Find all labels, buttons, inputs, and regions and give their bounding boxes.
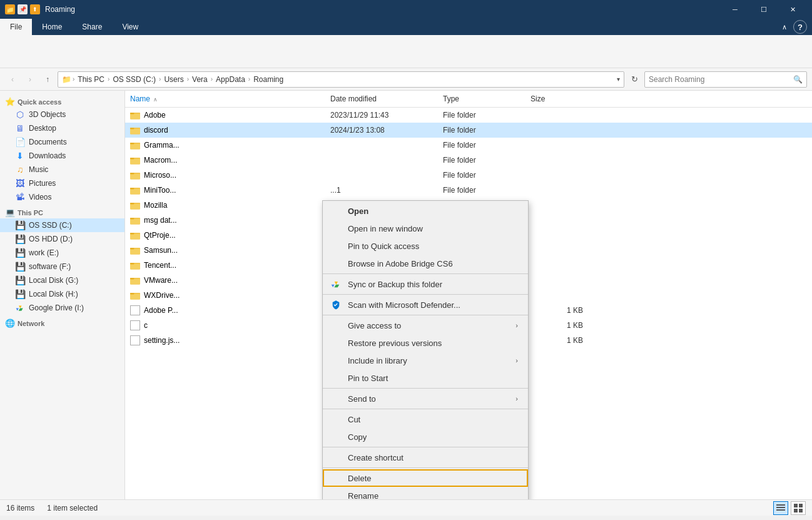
ctx-pin-quick-access[interactable]: Pin to Quick access bbox=[323, 237, 528, 255]
file-row-adobe[interactable]: Adobe 2023/11/29 11:43 File folder bbox=[125, 108, 812, 123]
localdiskh-icon: 💾 bbox=[15, 289, 25, 299]
sidebar-item-osssd[interactable]: 💾 OS SSD (C:) bbox=[0, 218, 124, 232]
sidebar-label-desktop: Desktop bbox=[29, 124, 56, 133]
sidebar-item-software[interactable]: 💾 software (F:) bbox=[0, 260, 124, 273]
file-row-macrom[interactable]: Macrom... File folder bbox=[125, 153, 812, 168]
sidebar-item-music[interactable]: ♫ Music bbox=[0, 163, 124, 176]
file-name-samsun: Samsun... bbox=[125, 244, 325, 257]
sidebar-item-localdiskh[interactable]: 💾 Local Disk (H:) bbox=[0, 287, 124, 301]
file-name-microso: Microso... bbox=[125, 169, 325, 181]
forward-button[interactable]: › bbox=[23, 72, 38, 87]
col-date-header[interactable]: Date modified bbox=[325, 93, 438, 105]
tab-view[interactable]: View bbox=[112, 19, 148, 35]
file-size-settingjs: 1 KB bbox=[525, 335, 588, 346]
close-button[interactable]: ✕ bbox=[778, 0, 807, 19]
bread-vera[interactable]: Vera bbox=[190, 75, 210, 84]
quick-access-icon: 📌 bbox=[18, 4, 28, 14]
osssd-icon: 💾 bbox=[15, 220, 25, 230]
col-type-header[interactable]: Type bbox=[438, 93, 525, 105]
main-layout: ⭐ Quick access ⬡ 3D Objects 🖥 Desktop 📄 … bbox=[0, 91, 812, 499]
ctx-open[interactable]: Open bbox=[323, 202, 528, 220]
bread-thispc[interactable]: This PC bbox=[76, 75, 106, 84]
file-row-microso[interactable]: Microso... File folder bbox=[125, 168, 812, 183]
svg-rect-31 bbox=[130, 264, 140, 270]
sidebar-section-quick-access[interactable]: ⭐ Quick access bbox=[0, 93, 124, 108]
ctx-sync-backup[interactable]: Sync or Backup this folder bbox=[323, 275, 528, 293]
svg-rect-26 bbox=[130, 233, 134, 234]
file-name-c: c bbox=[125, 319, 325, 332]
address-bar: ‹ › ↑ 📁 › This PC › OS SSD (C:) › Users … bbox=[0, 68, 812, 91]
ctx-include-library[interactable]: Include in library › bbox=[323, 352, 528, 369]
bread-roaming[interactable]: Roaming bbox=[251, 75, 285, 84]
search-input[interactable] bbox=[649, 75, 793, 84]
ctx-copy[interactable]: Copy bbox=[323, 428, 528, 446]
svg-rect-42 bbox=[794, 504, 798, 507]
sidebar-label-documents: Documents bbox=[29, 138, 67, 146]
sidebar-item-3dobjects[interactable]: ⬡ 3D Objects bbox=[0, 108, 124, 121]
file-size-adobe bbox=[525, 114, 588, 116]
sidebar-item-videos[interactable]: 📽 Videos bbox=[0, 190, 124, 204]
svg-rect-11 bbox=[130, 158, 134, 159]
sidebar-item-gdrive[interactable]: Google Drive (I:) bbox=[0, 301, 124, 315]
col-name-header[interactable]: Name ∧ bbox=[125, 93, 325, 105]
sidebar-item-work[interactable]: 💾 work (E:) bbox=[0, 246, 124, 260]
sidebar-section-network[interactable]: 🌐 Network bbox=[0, 315, 124, 329]
file-date-discord: 2024/1/23 13:08 bbox=[325, 125, 438, 136]
file-name-tencent: Tencent... bbox=[125, 259, 325, 272]
folder-icon-msgdat bbox=[130, 215, 140, 225]
file-size-minitoo bbox=[525, 189, 588, 191]
ctx-create-shortcut[interactable]: Create shortcut bbox=[323, 449, 528, 466]
sidebar-item-downloads[interactable]: ⬇ Downloads bbox=[0, 149, 124, 163]
sidebar-item-desktop[interactable]: 🖥 Desktop bbox=[0, 121, 124, 135]
view-tiles-icon bbox=[794, 504, 803, 512]
breadcrumb-dropdown-button[interactable]: ▾ bbox=[617, 76, 620, 83]
ctx-browse-adobe-bridge[interactable]: Browse in Adobe Bridge CS6 bbox=[323, 255, 528, 272]
ctx-send-to[interactable]: Send to › bbox=[323, 390, 528, 407]
bread-sep-4: › bbox=[211, 76, 213, 83]
sidebar-item-localdiskg[interactable]: 💾 Local Disk (G:) bbox=[0, 273, 124, 287]
ctx-scan-defender[interactable]: Scan with Microsoft Defender... bbox=[323, 296, 528, 314]
thispc-label: This PC bbox=[18, 209, 43, 217]
tab-share[interactable]: Share bbox=[72, 19, 112, 35]
tab-home[interactable]: Home bbox=[32, 19, 72, 35]
tab-file[interactable]: File bbox=[0, 19, 32, 35]
ribbon-collapse-button[interactable]: ∧ bbox=[778, 22, 791, 33]
restore-button[interactable]: ☐ bbox=[749, 0, 778, 19]
ctx-restore-versions[interactable]: Restore previous versions bbox=[323, 334, 528, 352]
ctx-cut[interactable]: Cut bbox=[323, 410, 528, 428]
back-button[interactable]: ‹ bbox=[5, 72, 20, 87]
bread-osssd[interactable]: OS SSD (C:) bbox=[111, 75, 158, 84]
view-tiles-button[interactable] bbox=[791, 501, 806, 515]
file-row-gramma[interactable]: Gramma... File folder bbox=[125, 138, 812, 153]
sidebar-item-documents[interactable]: 📄 Documents bbox=[0, 135, 124, 149]
sidebar-item-oshdd[interactable]: 💾 OS HDD (D:) bbox=[0, 232, 124, 246]
3dobjects-icon: ⬡ bbox=[15, 110, 25, 120]
view-details-button[interactable] bbox=[773, 501, 788, 515]
ctx-sep-1 bbox=[323, 273, 528, 274]
sidebar-section-thispc[interactable]: 💻 This PC bbox=[0, 204, 124, 218]
downloads-icon: ⬇ bbox=[15, 151, 25, 161]
sidebar-item-pictures[interactable]: 🖼 Pictures bbox=[0, 176, 124, 190]
svg-rect-1 bbox=[130, 114, 140, 120]
ctx-open-new-window[interactable]: Open in new window bbox=[323, 220, 528, 237]
help-button[interactable]: ? bbox=[793, 20, 807, 34]
file-row-minitoo[interactable]: MiniToo... ...1 File folder bbox=[125, 183, 812, 198]
ctx-delete[interactable]: Delete bbox=[323, 469, 528, 487]
refresh-button[interactable]: ↻ bbox=[627, 72, 642, 87]
ctx-rename[interactable]: Rename bbox=[323, 487, 528, 499]
file-type-gramma: File folder bbox=[438, 140, 525, 151]
up-button[interactable]: ↑ bbox=[40, 72, 55, 87]
ctx-pin-start[interactable]: Pin to Start bbox=[323, 369, 528, 387]
folder-icon-minitoo bbox=[130, 185, 140, 195]
svg-rect-10 bbox=[130, 159, 140, 165]
ctx-sep-6 bbox=[323, 447, 528, 447]
ctx-sync-gdrive-icon bbox=[330, 278, 342, 290]
bread-appdata[interactable]: AppData bbox=[214, 75, 247, 84]
file-row-discord[interactable]: discord 2024/1/23 13:08 File folder bbox=[125, 123, 812, 138]
folder-icon-samsun bbox=[130, 245, 140, 255]
minimize-button[interactable]: ─ bbox=[721, 0, 749, 19]
ctx-give-access[interactable]: Give access to › bbox=[323, 317, 528, 334]
sidebar-label-videos: Videos bbox=[29, 193, 51, 201]
col-size-header[interactable]: Size bbox=[525, 93, 588, 105]
bread-users[interactable]: Users bbox=[162, 75, 185, 84]
